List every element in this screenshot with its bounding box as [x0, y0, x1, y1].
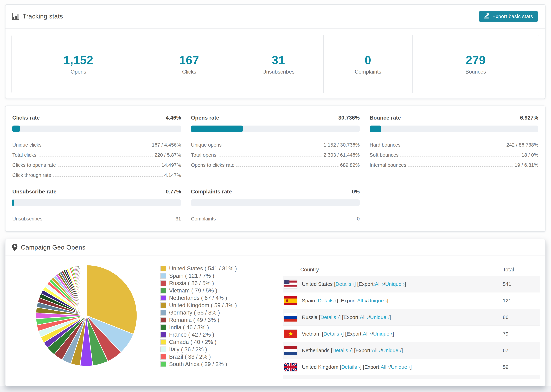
rate-row-label: Click through rate	[12, 172, 51, 178]
export-unique-link[interactable]: Unique ›	[382, 348, 402, 353]
rate-head: Complaints rate0%	[191, 189, 360, 195]
rate-name: Complaints rate	[191, 189, 232, 195]
rate-row-unique-opens: Unique opens1,152 / 30.736%	[191, 138, 360, 148]
legend-swatch	[160, 332, 166, 338]
rate-percent: 0%	[352, 189, 360, 195]
geo-col-total: Total	[503, 267, 540, 273]
geo-total-cell: 67	[503, 348, 540, 353]
rate-name: Unsubscribe rate	[12, 189, 57, 195]
geo-country-cell: Vietnam [Details ›] [Export: All › / Uni…	[284, 329, 503, 338]
tracking-stats-header: Tracking stats Export basic stats	[6, 5, 545, 28]
export-all-link[interactable]: All ›	[360, 314, 369, 320]
dotted-leader	[400, 156, 520, 156]
rate-row-value: 18 / 0%	[522, 152, 538, 158]
legend-label: United States ( 541 / 31% )	[169, 265, 237, 272]
gb-flag-icon	[284, 363, 297, 371]
export-all-link[interactable]: All ›	[381, 364, 389, 370]
rate-row-label: Total opens	[191, 152, 216, 158]
geo-total-cell: 79	[503, 331, 540, 337]
legend-swatch	[160, 324, 166, 330]
rate-progress-bar	[12, 199, 181, 206]
geo-table-row-spain: Spain [Details ›] [Export: All › / Uniqu…	[283, 293, 540, 309]
rate-progress-fill	[370, 126, 381, 132]
export-all-link[interactable]: All ›	[363, 331, 372, 337]
rate-row-label: Complaints	[191, 216, 216, 222]
legend-label: Spain ( 121 / 7% )	[169, 273, 214, 279]
geo-pie-chart	[33, 263, 140, 369]
rate-row-unsubscribes: Unsubscribes31	[12, 211, 181, 222]
legend-label: Netherlands ( 67 / 4% )	[169, 295, 227, 301]
stat-value: 0	[324, 53, 412, 67]
rate-row-hard-bounces: Hard bounces242 / 86.738%	[370, 138, 538, 148]
ru-flag-icon	[284, 313, 297, 322]
us-flag-icon	[284, 280, 297, 288]
rates-grid: Clicks rate4.46%Unique clicks167 / 4.456…	[12, 115, 538, 222]
rate-progress-bar	[12, 126, 181, 132]
legend-label: Canada ( 40 / 2% )	[169, 339, 216, 345]
stat-label: Clicks	[145, 69, 233, 75]
legend-item-canada: Canada ( 40 / 2% )	[160, 338, 237, 346]
country-name: Spain	[302, 298, 315, 304]
rate-row-label: Unique opens	[191, 142, 222, 148]
details-link[interactable]: Details ›	[332, 348, 351, 353]
rate-row-value: 19 / 6.81%	[515, 162, 538, 168]
geo-table: Country Total United States [Details ›] …	[283, 264, 540, 379]
rate-row-value: 4.147%	[164, 172, 181, 178]
export-unique-link[interactable]: Unique ›	[385, 281, 404, 287]
details-link[interactable]: Details ›	[341, 364, 360, 370]
rate-progress-bar	[370, 126, 538, 132]
export-all-link[interactable]: All ›	[357, 298, 366, 304]
legend-item-france: France ( 42 / 2% )	[160, 331, 237, 338]
country-name: Vietnam	[302, 331, 321, 337]
legend-swatch	[160, 266, 166, 271]
legend-label: South Africa ( 29 / 2% )	[169, 361, 227, 367]
geo-country-cell: Spain [Details ›] [Export: All › / Uniqu…	[284, 296, 503, 305]
dotted-leader	[236, 166, 339, 167]
rate-row-value: 242 / 86.738%	[506, 142, 538, 148]
summary-stat-opens: 1,152Opens	[12, 35, 145, 93]
export-all-link[interactable]: All ›	[372, 348, 381, 353]
dotted-leader	[53, 176, 162, 177]
geo-legend: United States ( 541 / 31% )Spain ( 121 /…	[160, 265, 237, 368]
rate-block-opens-rate: Opens rate30.736%Unique opens1,152 / 30.…	[191, 115, 360, 178]
stat-label: Complaints	[324, 69, 412, 75]
export-unique-link[interactable]: Unique ›	[391, 364, 410, 370]
rate-rows: Unique opens1,152 / 30.736%Total opens2,…	[191, 138, 360, 168]
legend-label: India ( 46 / 3% )	[169, 324, 209, 331]
rate-rows: Complaints0	[191, 211, 360, 222]
tracking-stats-card: Tracking stats Export basic stats 1,152O…	[5, 4, 545, 99]
rate-progress-bar	[191, 126, 360, 132]
legend-label: Russia ( 86 / 5% )	[169, 280, 214, 287]
export-all-link[interactable]: All ›	[375, 281, 384, 287]
geo-total-cell: 541	[503, 281, 540, 287]
rate-name: Clicks rate	[12, 115, 40, 121]
legend-item-vietnam: Vietnam ( 79 / 5% )	[160, 287, 237, 294]
rate-progress-fill	[12, 126, 20, 132]
legend-label: Romania ( 49 / 3% )	[169, 317, 219, 323]
legend-label: Italy ( 36 / 2% )	[169, 346, 207, 353]
legend-swatch	[160, 361, 166, 367]
stat-label: Unsubscribes	[233, 69, 323, 75]
export-unique-link[interactable]: Unique ›	[370, 314, 389, 320]
rate-row-unique-clicks: Unique clicks167 / 4.456%	[12, 138, 181, 148]
country-name: United States	[302, 281, 333, 287]
details-link[interactable]: Details ›	[323, 331, 342, 337]
details-link[interactable]: Details ›	[336, 281, 354, 287]
rate-row-value: 0	[357, 216, 360, 222]
dotted-leader	[43, 146, 150, 147]
export-unique-link[interactable]: Unique ›	[367, 298, 387, 304]
rate-progress-bar	[191, 199, 360, 206]
geo-total-cell: 86	[503, 314, 540, 320]
legend-label: Germany ( 55 / 3% )	[169, 309, 220, 316]
rate-row-label: Opens to clicks rate	[191, 162, 235, 168]
details-link[interactable]: Details ›	[320, 314, 339, 320]
summary-stat-unsubscribes: 31Unsubscribes	[233, 35, 323, 93]
legend-item-russia: Russia ( 86 / 5% )	[160, 280, 237, 287]
export-unique-link[interactable]: Unique ›	[373, 331, 392, 337]
legend-item-italy: Italy ( 36 / 2% )	[160, 346, 237, 353]
details-link[interactable]: Details ›	[318, 298, 337, 304]
export-basic-stats-button[interactable]: Export basic stats	[479, 11, 538, 22]
rate-row-value: 2,303 / 61.446%	[324, 152, 360, 158]
rate-row-value: 220 / 5.87%	[155, 152, 181, 158]
rate-row-label: Hard bounces	[370, 142, 401, 148]
